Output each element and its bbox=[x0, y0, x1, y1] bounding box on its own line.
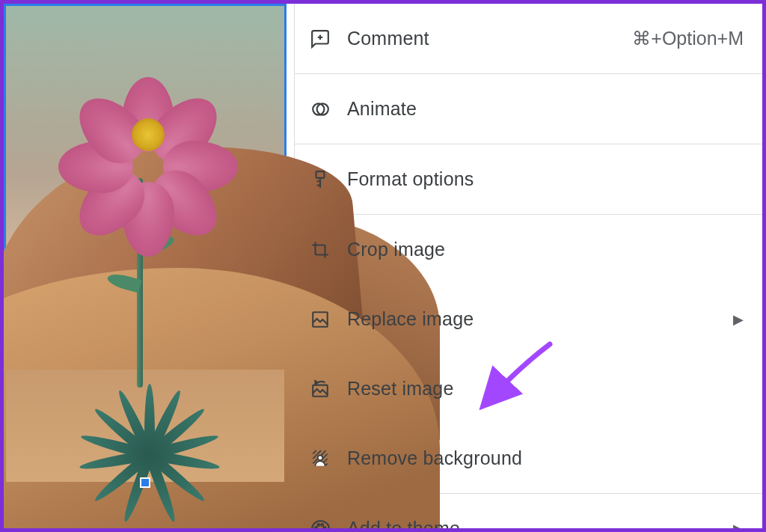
context-menu: Comment ⌘+Option+M Animate bbox=[294, 0, 766, 532]
svg-point-18 bbox=[317, 524, 319, 526]
format-options-icon bbox=[310, 169, 331, 190]
menu-label: Format options bbox=[347, 168, 744, 190]
resize-handle-bottom[interactable] bbox=[140, 477, 150, 488]
image-icon bbox=[310, 309, 331, 330]
menu-add-to-theme[interactable]: Add to theme ▶ bbox=[295, 494, 766, 532]
menu-crop-image[interactable]: Crop image bbox=[295, 215, 766, 284]
menu-label: Replace image bbox=[347, 308, 733, 330]
menu-label: Animate bbox=[347, 98, 744, 120]
flower-illustration bbox=[66, 47, 223, 197]
menu-reset-image[interactable]: Reset image bbox=[295, 354, 766, 424]
svg-point-16 bbox=[318, 455, 323, 460]
selected-image[interactable] bbox=[4, 4, 287, 484]
svg-line-10 bbox=[313, 450, 316, 453]
menu-label: Comment bbox=[347, 28, 632, 49]
menu-shortcut: ⌘+Option+M bbox=[632, 28, 744, 49]
menu-format-options[interactable]: Format options bbox=[295, 144, 766, 214]
svg-point-17 bbox=[315, 526, 317, 528]
chevron-right-icon: ▶ bbox=[733, 521, 744, 533]
comment-icon bbox=[310, 28, 331, 49]
svg-rect-4 bbox=[316, 171, 325, 178]
menu-label: Remove background bbox=[347, 447, 744, 469]
menu-replace-image[interactable]: Replace image ▶ bbox=[295, 284, 766, 354]
app-root: Comment ⌘+Option+M Animate bbox=[0, 0, 766, 532]
menu-label: Reset image bbox=[347, 378, 744, 400]
remove-background-icon bbox=[310, 448, 331, 469]
crop-icon bbox=[310, 239, 331, 260]
chevron-right-icon: ▶ bbox=[733, 311, 744, 328]
animate-icon bbox=[310, 99, 331, 120]
menu-animate[interactable]: Animate bbox=[295, 74, 766, 144]
menu-label: Add to theme bbox=[347, 518, 733, 532]
menu-remove-background[interactable]: Remove background bbox=[295, 424, 766, 493]
palette-icon bbox=[310, 519, 331, 533]
menu-comment[interactable]: Comment ⌘+Option+M bbox=[295, 4, 766, 73]
svg-point-19 bbox=[321, 524, 323, 526]
reset-image-icon bbox=[310, 379, 331, 400]
canvas-panel bbox=[0, 0, 294, 532]
svg-point-20 bbox=[324, 526, 326, 528]
menu-label: Crop image bbox=[347, 239, 744, 260]
